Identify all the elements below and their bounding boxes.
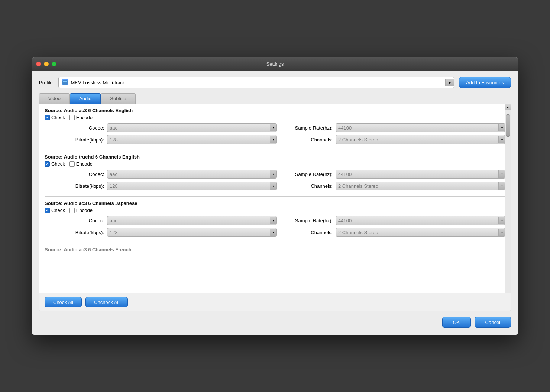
channels-select-2[interactable]: 2 Channels Stereo ▾ — [336, 182, 505, 190]
maximize-button[interactable] — [52, 62, 56, 66]
check-all-button[interactable]: Check All — [45, 297, 82, 307]
tab-audio[interactable]: Audio — [70, 93, 101, 104]
scrollbar: ▲ ▼ — [505, 104, 511, 311]
samplerate-row-2: Sample Rate(hz): 44100 ▾ — [284, 170, 505, 179]
fields-grid-1: Codec: aac ▾ Sample Rate(hz): 44100 ▾ — [45, 123, 505, 144]
channels-arrow-1: ▾ — [498, 136, 505, 143]
codec-label-2: Codec: — [56, 172, 104, 177]
bitrate-select-2[interactable]: 128 ▾ — [107, 182, 277, 190]
encode-label-3: Encode — [76, 208, 93, 213]
profile-dropdown[interactable]: MKV Lossless Multi-track ▾ — [58, 77, 454, 88]
divider-3 — [45, 243, 505, 243]
bitrate-row-3: Bitrate(kbps): 128 ▾ — [56, 228, 277, 237]
encode-label-2: Encode — [76, 161, 93, 167]
channels-label-1: Channels: — [284, 137, 333, 143]
channels-value-3: 2 Channels Stereo — [338, 230, 498, 235]
traffic-lights — [36, 62, 56, 66]
encode-checkbox-3[interactable] — [69, 208, 75, 213]
samplerate-label-2: Sample Rate(hz): — [284, 172, 333, 177]
audio-section-2: Source: Audio truehd 6 Channels English … — [45, 154, 505, 190]
profile-row: Profile: MKV Lossless Multi-track ▾ Add … — [39, 77, 511, 88]
main-content: Profile: MKV Lossless Multi-track ▾ Add … — [32, 71, 518, 335]
scroll-content: Source: Audio ac3 6 Channels English Che… — [39, 104, 511, 311]
encode-checkbox-2[interactable] — [69, 161, 75, 167]
check-label-1: Check — [51, 115, 65, 120]
scroll-up-arrow[interactable]: ▲ — [505, 104, 511, 110]
channels-select-3[interactable]: 2 Channels Stereo ▾ — [336, 228, 505, 237]
source-label-4-partial: Source: Audio ac3 6 Channels French — [45, 247, 505, 252]
settings-window: Settings Profile: MKV Lossless Multi-tra… — [32, 57, 518, 335]
samplerate-row-3: Sample Rate(hz): 44100 ▾ — [284, 216, 505, 225]
bitrate-row-1: Bitrate(kbps): 128 ▾ — [56, 135, 277, 144]
close-button[interactable] — [36, 62, 41, 66]
profile-name: MKV Lossless Multi-track — [71, 80, 443, 85]
codec-value-3: aac — [110, 218, 270, 223]
profile-icon — [62, 79, 68, 85]
codec-select-3[interactable]: aac ▾ — [107, 216, 277, 225]
codec-value-2: aac — [110, 172, 270, 177]
fields-grid-3: Codec: aac ▾ Sample Rate(hz): 44100 ▾ — [45, 216, 505, 237]
channels-label-3: Channels: — [284, 230, 333, 235]
scroll-thumb[interactable] — [506, 114, 510, 137]
samplerate-select-1[interactable]: 44100 ▾ — [336, 123, 505, 132]
samplerate-row-1: Sample Rate(hz): 44100 ▾ — [284, 123, 505, 132]
codec-select-2[interactable]: aac ▾ — [107, 170, 277, 179]
codec-select-1[interactable]: aac ▾ — [107, 123, 277, 132]
channels-arrow-3: ▾ — [498, 229, 505, 236]
divider-2 — [45, 196, 505, 197]
codec-value-1: aac — [110, 125, 270, 131]
svg-rect-1 — [63, 81, 67, 82]
bitrate-select-1[interactable]: 128 ▾ — [107, 135, 277, 144]
audio-section-1: Source: Audio ac3 6 Channels English Che… — [45, 108, 505, 144]
tab-panel-audio: Source: Audio ac3 6 Channels English Che… — [39, 104, 511, 311]
channels-value-1: 2 Channels Stereo — [338, 137, 498, 143]
source-label-3: Source: Audio ac3 6 Channels Japanese — [45, 200, 505, 206]
channels-row-2: Channels: 2 Channels Stereo ▾ — [284, 182, 505, 190]
channels-arrow-2: ▾ — [498, 182, 505, 190]
samplerate-select-3[interactable]: 44100 ▾ — [336, 216, 505, 225]
audio-section-3: Source: Audio ac3 6 Channels Japanese Ch… — [45, 200, 505, 237]
codec-arrow-1: ▾ — [270, 124, 276, 131]
uncheck-all-button[interactable]: Uncheck All — [85, 297, 128, 307]
samplerate-label-1: Sample Rate(hz): — [284, 125, 333, 131]
codec-row-1: Codec: aac ▾ — [56, 123, 277, 132]
bitrate-label-2: Bitrate(kbps): — [56, 183, 104, 189]
source-label-1: Source: Audio ac3 6 Channels English — [45, 108, 505, 113]
svg-rect-2 — [63, 82, 67, 82]
bitrate-arrow-2: ▾ — [270, 182, 276, 190]
channels-value-2: 2 Channels Stereo — [338, 183, 498, 189]
profile-dropdown-arrow[interactable]: ▾ — [445, 79, 454, 86]
tabs: Video Audio Subtitle — [39, 93, 511, 104]
scroll-track[interactable] — [505, 110, 511, 305]
codec-row-3: Codec: aac ▾ — [56, 216, 277, 225]
add-favourites-button[interactable]: Add to Favourites — [459, 77, 511, 88]
svg-rect-3 — [63, 83, 66, 83]
codec-label-3: Codec: — [56, 218, 104, 223]
bitrate-value-2: 128 — [110, 183, 270, 189]
check-checkbox-2[interactable] — [45, 161, 50, 167]
fields-grid-2: Codec: aac ▾ Sample Rate(hz): 44100 ▾ — [45, 170, 505, 190]
channels-row-3: Channels: 2 Channels Stereo ▾ — [284, 228, 505, 237]
bitrate-label-3: Bitrate(kbps): — [56, 230, 104, 235]
codec-row-2: Codec: aac ▾ — [56, 170, 277, 179]
tab-subtitle[interactable]: Subtitle — [101, 93, 135, 104]
channels-select-1[interactable]: 2 Channels Stereo ▾ — [336, 135, 505, 144]
samplerate-arrow-1: ▾ — [498, 124, 505, 131]
tab-video[interactable]: Video — [39, 93, 70, 104]
check-checkbox-1[interactable] — [45, 115, 50, 120]
ok-button[interactable]: OK — [442, 317, 471, 328]
samplerate-select-2[interactable]: 44100 ▾ — [336, 170, 505, 179]
cancel-button[interactable]: Cancel — [475, 317, 511, 328]
bitrate-select-3[interactable]: 128 ▾ — [107, 228, 277, 237]
bitrate-row-2: Bitrate(kbps): 128 ▾ — [56, 182, 277, 190]
samplerate-value-1: 44100 — [338, 125, 498, 131]
samplerate-value-3: 44100 — [338, 218, 498, 223]
bitrate-value-1: 128 — [110, 137, 270, 143]
encode-checkbox-1[interactable] — [69, 115, 75, 120]
codec-arrow-3: ▾ — [270, 217, 276, 224]
minimize-button[interactable] — [44, 62, 49, 66]
footer-buttons: OK Cancel — [39, 311, 511, 328]
bitrate-arrow-1: ▾ — [270, 136, 276, 143]
divider-1 — [45, 150, 505, 150]
check-checkbox-3[interactable] — [45, 208, 50, 213]
